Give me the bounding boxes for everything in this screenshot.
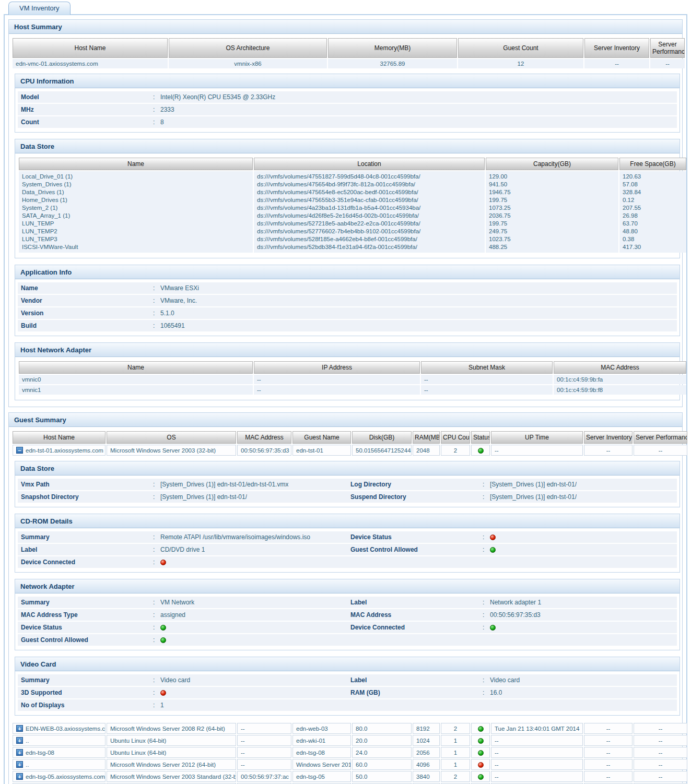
data-store-value: 199.75 bbox=[489, 196, 615, 204]
field-row: MAC Address Type:assignedMAC Address:00:… bbox=[18, 609, 677, 621]
guest-ram-mb-cell: 3840 bbox=[413, 771, 440, 782]
column-header: Memory(MB) bbox=[328, 38, 457, 58]
data-store-value: ds:///vmfs/volumes/475655b3-351e94ac-cfa… bbox=[257, 196, 482, 204]
column-header: Name bbox=[19, 158, 253, 170]
field-label: Device Connected bbox=[350, 624, 483, 631]
column-header: UP Time bbox=[491, 431, 583, 444]
video-card-title: Video Card bbox=[15, 657, 680, 671]
data-store-value: ds:///vmfs/volumes/4d26f8e5-2e16d45d-002… bbox=[257, 212, 482, 220]
field-value: Remote ATAPI /usr/lib/vmware/isoimages/w… bbox=[160, 533, 310, 541]
field-label: MHz bbox=[21, 106, 153, 113]
field-cell bbox=[347, 638, 677, 642]
guest-up-time-cell: -- bbox=[491, 747, 583, 758]
guest-cpu-count-cell: 2 bbox=[441, 771, 470, 782]
colon-separator: : bbox=[153, 93, 160, 101]
header-row: NameLocationCapacity(GB)Free Space(GB) bbox=[19, 158, 686, 170]
header-row: Host NameOS ArchitectureMemory(MB)Guest … bbox=[13, 38, 685, 58]
field-row: Device Connected: bbox=[18, 556, 677, 568]
field-cell: MHz:2333 bbox=[18, 104, 677, 115]
data-store-value: ds:///vmfs/volumes/4a23ba1d-131dfb1a-b5a… bbox=[257, 204, 482, 212]
guest-server-performance-cell: -- bbox=[634, 771, 687, 782]
field-value: VMware, Inc. bbox=[160, 297, 197, 304]
field-cell: No of Displays:1 bbox=[18, 700, 347, 710]
data-store-value: Home_Drives (1) bbox=[22, 196, 250, 204]
data-store-value: ISCSI-VMWare-Vault bbox=[22, 243, 250, 251]
guest-status-cell bbox=[471, 445, 490, 456]
host-cell: -- bbox=[650, 59, 685, 68]
column-header: RAM(MB) bbox=[413, 431, 440, 444]
network-adapter-title: Network Adapter bbox=[15, 579, 680, 593]
field-cell: Vendor:VMware, Inc. bbox=[18, 295, 677, 306]
collapse-icon[interactable]: − bbox=[16, 447, 23, 454]
expand-icon[interactable]: + bbox=[16, 761, 23, 768]
column-header: Status bbox=[471, 431, 490, 444]
expand-icon[interactable]: + bbox=[16, 737, 23, 744]
expand-icon[interactable]: + bbox=[16, 749, 23, 756]
guest-disk-gb-cell: 50.01565647125244 bbox=[352, 445, 412, 456]
guest-os-cell: Microsoft Windows Server 2008 R2 (64-bit… bbox=[107, 723, 236, 734]
field-label: Label bbox=[350, 676, 483, 684]
guest-summary-title: Guest Summary bbox=[9, 413, 682, 427]
column-header: Server Performance bbox=[650, 38, 685, 58]
guest-row: +EDN-WEB-03.axiossystems.comMicrosoft Wi… bbox=[13, 723, 687, 734]
data-store-value: ds:///vmfs/volumes/475654e8-ec5200ac-bed… bbox=[257, 188, 482, 196]
guest-cpu-count-cell: 2 bbox=[441, 723, 470, 734]
field-row: Summary:Video cardLabel:Video card bbox=[18, 674, 677, 686]
colon-separator: : bbox=[153, 310, 160, 317]
field-cell: Label:CD/DVD drive 1 bbox=[18, 544, 347, 555]
data-store-value: 941.50 bbox=[489, 181, 615, 188]
guest-disk-gb-cell: 80.0 bbox=[352, 723, 412, 734]
data-store-value: 63.70 bbox=[623, 220, 683, 228]
data-store-value: Local_Drive_01 (1) bbox=[22, 173, 250, 181]
column-header: Disk(GB) bbox=[352, 431, 412, 444]
field-cell: 3D Supported: bbox=[18, 687, 347, 698]
guest-cpu-count-cell: 1 bbox=[441, 735, 470, 746]
colon-separator: : bbox=[153, 284, 160, 292]
data-store-column: 129.00941.501946.75199.751073.252036.751… bbox=[486, 171, 618, 253]
guest-cpu-count-cell: 1 bbox=[441, 747, 470, 758]
field-row: Name:VMware ESXi bbox=[18, 282, 677, 294]
column-header: Location bbox=[254, 158, 485, 170]
expand-icon[interactable]: + bbox=[16, 725, 23, 732]
data-store-body-row: Local_Drive_01 (1)System_Drives (1)Data_… bbox=[19, 171, 686, 253]
field-value: 5.1.0 bbox=[160, 310, 174, 317]
guest-up-time-cell: -- bbox=[491, 771, 583, 782]
element: Name:VMware ESXiVendor:VMware, Inc.Versi… bbox=[18, 282, 677, 331]
guest-ram-mb-cell: 2048 bbox=[413, 445, 440, 456]
field-row: Vendor:VMware, Inc. bbox=[18, 295, 677, 306]
status-green-icon bbox=[478, 448, 484, 454]
colon-separator: : bbox=[153, 118, 160, 126]
field-label: Snapshot Directory bbox=[21, 493, 153, 501]
guest-ram-mb-cell: 4096 bbox=[413, 759, 440, 770]
field-cell bbox=[347, 561, 677, 564]
status-green-icon bbox=[478, 750, 484, 756]
field-cell: Guest Control Allowed: bbox=[347, 544, 677, 555]
status-red-icon bbox=[490, 534, 496, 540]
field-cell: Label:Network adapter 1 bbox=[347, 597, 677, 608]
field-cell: Count:8 bbox=[18, 117, 677, 127]
data-store-value: SATA_Array_1 (1) bbox=[22, 212, 250, 220]
host-summary-section: Host Summary Host NameOS ArchitectureMem… bbox=[8, 19, 683, 407]
video-card-section: Video CardSummary:Video cardLabel:Video … bbox=[15, 657, 680, 716]
field-label: Build bbox=[21, 322, 153, 329]
guest-mac-address-cell: -- bbox=[237, 759, 291, 770]
guest-guest-name-cell: edn-web-03 bbox=[292, 723, 351, 734]
column-header: Subnet Mask bbox=[421, 361, 553, 374]
guest-os-cell: Microsoft Windows Server 2012 (64-bit) bbox=[107, 759, 236, 770]
field-value: Intel(R) Xeon(R) CPU E5345 @ 2.33GHz bbox=[160, 93, 275, 101]
data-store-table: NameLocationCapacity(GB)Free Space(GB)Lo… bbox=[18, 157, 687, 254]
guest-status-cell bbox=[471, 771, 490, 782]
colon-separator: : bbox=[483, 493, 490, 501]
field-cell: Build:1065491 bbox=[18, 320, 677, 331]
column-header: MAC Address bbox=[237, 431, 291, 444]
guest-server-inventory-cell: -- bbox=[584, 771, 633, 782]
status-green-icon bbox=[160, 637, 166, 643]
guest-host-name: edn-tsg-08 bbox=[26, 750, 54, 756]
field-cell: Summary:Remote ATAPI /usr/lib/vmware/iso… bbox=[18, 532, 347, 542]
expand-icon[interactable]: + bbox=[16, 773, 23, 780]
element: Model:Intel(R) Xeon(R) CPU E5345 @ 2.33G… bbox=[18, 91, 677, 128]
column-header: CPU Count bbox=[441, 431, 470, 444]
column-header: OS bbox=[107, 431, 236, 444]
tab-vm-inventory[interactable]: VM Inventory bbox=[8, 2, 71, 15]
header-row: NameIP AddressSubnet MaskMAC Address bbox=[19, 361, 686, 374]
